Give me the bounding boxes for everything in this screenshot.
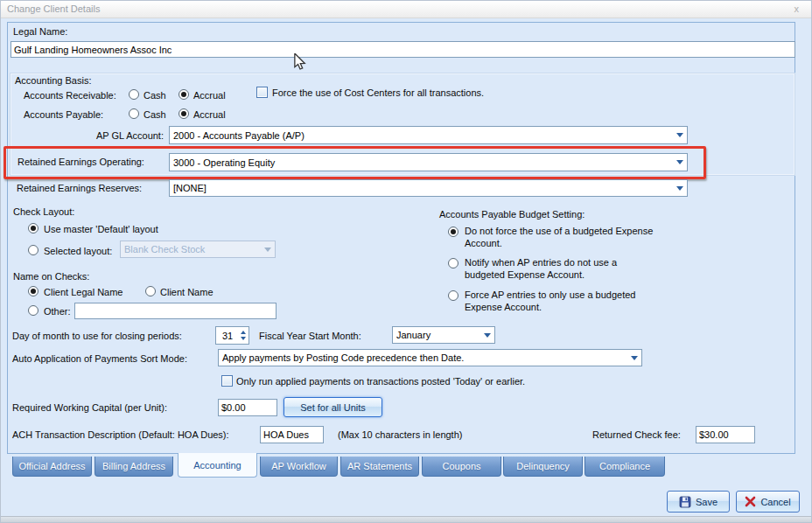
set-for-all-units-button[interactable]: Set for all Units xyxy=(284,397,382,417)
ap-gl-account-combo[interactable]: 2000 - Accounts Payable (A/P) xyxy=(169,126,688,144)
selected-layout-combo: Blank Check Stock xyxy=(120,241,276,258)
legal-name-label: Legal Name: xyxy=(13,26,67,37)
chevron-down-icon xyxy=(676,133,683,137)
only-today-checkbox[interactable] xyxy=(221,375,233,387)
chevron-down-icon xyxy=(631,356,638,360)
use-master-layout-label[interactable]: Use master 'Default' layout xyxy=(44,224,158,234)
ap-cash-radio[interactable] xyxy=(129,108,139,119)
only-today-label[interactable]: Only run applied payments on transaction… xyxy=(236,376,525,387)
ap-gl-account-label: AP GL Account: xyxy=(53,130,164,141)
tab-delinquency[interactable]: Delinquency xyxy=(503,457,583,477)
ach-description-input[interactable] xyxy=(260,426,324,443)
ar-accrual-radio[interactable] xyxy=(178,89,189,100)
budget-force-radio[interactable] xyxy=(448,290,458,301)
client-name-label[interactable]: Client Name xyxy=(160,287,214,297)
tab-official-address[interactable]: Official Address xyxy=(12,457,92,477)
window-bottom-edge xyxy=(1,516,811,522)
ar-cash-radio[interactable] xyxy=(129,89,139,100)
dialog-title: Change Client Details xyxy=(7,3,100,14)
client-legal-name-radio[interactable] xyxy=(28,286,38,296)
tab-billing-address[interactable]: Billing Address xyxy=(94,457,173,477)
save-icon xyxy=(679,496,691,508)
chevron-down-icon xyxy=(264,248,271,252)
chevron-down-icon xyxy=(484,333,491,338)
cancel-x-icon xyxy=(745,496,756,507)
ar-accrual-label[interactable]: Accrual xyxy=(193,90,226,101)
chevron-down-icon xyxy=(676,186,683,191)
use-master-layout-radio[interactable] xyxy=(28,223,38,234)
fiscal-year-label: Fiscal Year Start Month: xyxy=(259,331,361,341)
force-cost-centers-checkbox[interactable] xyxy=(256,87,268,98)
ap-budget-setting-title: Accounts Payable Budget Setting: xyxy=(439,209,584,220)
client-legal-name-label[interactable]: Client Legal Name xyxy=(44,287,123,297)
working-capital-input[interactable] xyxy=(218,399,277,416)
spinner-up-icon[interactable] xyxy=(241,331,246,334)
cancel-button[interactable]: Cancel xyxy=(736,491,800,513)
ap-accrual-label[interactable]: Accrual xyxy=(193,109,226,120)
title-bar: Change Client Details x xyxy=(1,1,811,18)
other-name-radio[interactable] xyxy=(28,305,38,316)
ar-cash-label[interactable]: Cash xyxy=(144,90,166,101)
other-name-input[interactable] xyxy=(74,303,276,319)
spinner-down-icon[interactable] xyxy=(241,337,246,340)
budget-do-not-force-label[interactable]: Do not force the use of a budgeted Expen… xyxy=(465,226,653,249)
change-client-details-dialog: Change Client Details x Legal Name: Acco… xyxy=(0,0,812,523)
retained-earnings-reserves-combo[interactable]: [NONE] xyxy=(169,179,688,197)
budget-notify-radio[interactable] xyxy=(448,258,458,268)
tab-ar-statements[interactable]: AR Statements xyxy=(340,457,419,477)
ap-accrual-radio[interactable] xyxy=(178,108,189,119)
returned-check-fee-label: Returned Check fee: xyxy=(592,429,681,440)
highlight-retained-earnings-operating xyxy=(4,146,706,179)
accounts-receivable-label: Accounts Receivable: xyxy=(24,90,116,101)
budget-do-not-force-radio[interactable] xyxy=(448,227,458,237)
ap-cash-label[interactable]: Cash xyxy=(144,109,166,120)
tab-coupons[interactable]: Coupons xyxy=(422,457,501,477)
accounts-payable-label: Accounts Payable: xyxy=(24,109,103,120)
selected-layout-label[interactable]: Selected layout: xyxy=(44,246,112,256)
name-on-checks-title: Name on Checks: xyxy=(13,271,89,282)
client-name-radio[interactable] xyxy=(145,286,156,296)
legal-name-input[interactable] xyxy=(10,41,795,58)
save-button[interactable]: Save xyxy=(667,491,730,513)
closing-day-label: Day of month to use for closing periods: xyxy=(12,331,182,341)
working-capital-label: Required Working Capital (per Unit): xyxy=(12,402,167,413)
returned-check-fee-input[interactable] xyxy=(696,426,755,443)
closing-day-spinner[interactable]: 31 xyxy=(215,326,249,345)
accounting-basis-title: Accounting Basis: xyxy=(15,75,91,86)
force-cost-centers-label[interactable]: Force the use of Cost Centers for all tr… xyxy=(272,87,484,98)
fiscal-year-combo[interactable]: January xyxy=(392,326,495,344)
ach-description-label: ACH Transaction Description (Default: HO… xyxy=(12,429,229,440)
check-layout-title: Check Layout: xyxy=(13,206,74,217)
auto-application-combo[interactable]: Apply payments by Posting Code precedenc… xyxy=(218,349,642,366)
retained-earnings-reserves-label: Retained Earnings Reserves: xyxy=(17,183,142,193)
ach-description-hint: (Max 10 characters in length) xyxy=(338,429,462,440)
tab-accounting[interactable]: Accounting xyxy=(178,453,257,478)
tab-ap-workflow[interactable]: AP Workflow xyxy=(260,457,338,477)
budget-notify-label[interactable]: Notify when AP entries do not use a budg… xyxy=(465,257,617,281)
other-name-label[interactable]: Other: xyxy=(44,306,71,317)
tab-compliance[interactable]: Compliance xyxy=(584,457,665,477)
selected-layout-radio[interactable] xyxy=(28,245,38,255)
auto-application-label: Auto Application of Payments Sort Mode: xyxy=(12,353,187,364)
close-icon[interactable]: x xyxy=(794,3,800,15)
budget-force-label[interactable]: Force AP entries to only use a budgeted … xyxy=(465,289,635,313)
